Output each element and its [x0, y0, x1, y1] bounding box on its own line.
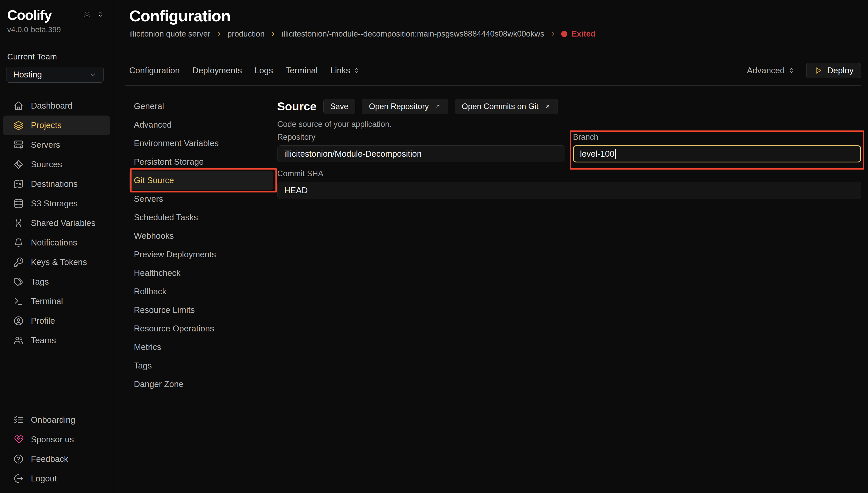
- sidebar-item-label: Sources: [31, 159, 62, 169]
- open-commits-button[interactable]: Open Commits on Git: [455, 99, 558, 114]
- branch-label: Branch: [573, 132, 861, 142]
- breadcrumb-item-0[interactable]: illicitonion quote server: [129, 29, 210, 39]
- tab-links[interactable]: Links: [330, 66, 360, 76]
- subnav-item-webhooks[interactable]: Webhooks: [129, 227, 273, 245]
- sidebar-item-feedback[interactable]: Feedback: [3, 449, 110, 469]
- braces-x-icon: [14, 218, 24, 228]
- deploy-button[interactable]: Deploy: [806, 63, 861, 78]
- sidebar-item-servers[interactable]: Servers: [3, 135, 110, 155]
- open-repository-button[interactable]: Open Repository: [362, 99, 448, 114]
- settings-subnav: GeneralAdvancedEnvironment VariablesPers…: [129, 97, 273, 393]
- subnav-item-servers[interactable]: Servers: [129, 190, 273, 208]
- subnav-item-environment-variables[interactable]: Environment Variables: [129, 134, 273, 153]
- status-dot: [561, 31, 567, 37]
- sidebar-item-keys-tokens[interactable]: Keys & Tokens: [3, 252, 110, 272]
- tab-terminal[interactable]: Terminal: [285, 66, 318, 76]
- commit-sha-label: Commit SHA: [277, 169, 861, 178]
- subnav-item-healthcheck[interactable]: Healthcheck: [129, 264, 273, 282]
- sidebar-nav: DashboardProjectsServersSourcesDestinati…: [0, 96, 113, 350]
- sidebar-item-logout[interactable]: Logout: [3, 469, 110, 488]
- heart-hands-icon-wrap: [14, 434, 24, 445]
- main-content: Configuration illicitonion quote serverp…: [113, 0, 868, 493]
- sidebar-item-onboarding[interactable]: Onboarding: [3, 410, 110, 430]
- bell-icon-wrap: [14, 237, 24, 248]
- updown-icon: [97, 11, 104, 18]
- heart-hands-icon: [14, 434, 24, 445]
- play-icon: [814, 66, 822, 75]
- app-version: v4.0.0-beta.399: [0, 25, 113, 34]
- breadcrumb-item-2[interactable]: illicitestonion/-module--decomposition:m…: [282, 29, 544, 39]
- page-title: Configuration: [129, 7, 861, 25]
- subnav-item-resource-limits[interactable]: Resource Limits: [129, 301, 273, 319]
- sidebar-item-label: Destinations: [31, 179, 78, 189]
- breadcrumb-chevron-icon: [549, 30, 556, 37]
- subnav-item-resource-operations[interactable]: Resource Operations: [129, 319, 273, 338]
- updown-chevron-icon: [353, 67, 360, 74]
- layers-icon: [14, 120, 24, 130]
- subnav-item-rollback[interactable]: Rollback: [129, 282, 273, 301]
- server-icon: [14, 140, 24, 150]
- logout-icon-wrap: [14, 473, 24, 484]
- subnav-item-git-source[interactable]: Git Source: [129, 171, 273, 190]
- team-select[interactable]: Hosting: [6, 67, 104, 83]
- subnav-item-advanced[interactable]: Advanced: [129, 115, 273, 134]
- repository-input[interactable]: illicitestonion/Module-Decomposition: [277, 145, 565, 163]
- terminal-icon-wrap: [14, 296, 24, 306]
- chevron-down-icon: [89, 71, 97, 79]
- collapse-chevrons-icon[interactable]: [97, 11, 104, 18]
- status-label: Exited: [571, 29, 595, 39]
- sidebar-item-terminal[interactable]: Terminal: [3, 292, 110, 311]
- subnav-item-metrics[interactable]: Metrics: [129, 338, 273, 356]
- users-icon-wrap: [14, 335, 24, 346]
- tab-configuration[interactable]: Configuration: [129, 66, 180, 76]
- branch-input[interactable]: level-100: [573, 145, 861, 163]
- subnav-item-persistent-storage[interactable]: Persistent Storage: [129, 153, 273, 171]
- theme-toggle-sun-icon[interactable]: [83, 10, 91, 18]
- tab-deployments[interactable]: Deployments: [192, 66, 242, 76]
- tab-logs[interactable]: Logs: [255, 66, 273, 76]
- sidebar-item-tags[interactable]: Tags: [3, 272, 110, 292]
- users-icon: [14, 335, 24, 346]
- sidebar-item-label: Sponsor us: [31, 434, 74, 444]
- breadcrumb: illicitonion quote serverproductionillic…: [129, 29, 861, 39]
- subnav-item-general[interactable]: General: [129, 97, 273, 115]
- sidebar-item-teams[interactable]: Teams: [3, 330, 110, 350]
- map-icon-wrap: [14, 179, 24, 189]
- advanced-dropdown[interactable]: Advanced: [747, 66, 795, 76]
- text-caret: [615, 149, 616, 159]
- sidebar-item-projects[interactable]: Projects: [3, 115, 110, 135]
- sidebar-item-s3-storages[interactable]: S3 Storages: [3, 194, 110, 213]
- sidebar-item-label: Onboarding: [31, 415, 75, 425]
- tabs-row: ConfigurationDeploymentsLogsTerminalLink…: [129, 63, 861, 78]
- database-icon-wrap: [14, 198, 24, 209]
- breadcrumb-item-1[interactable]: production: [227, 29, 264, 39]
- sidebar-item-notifications[interactable]: Notifications: [3, 233, 110, 252]
- tags-icon-wrap: [14, 277, 24, 287]
- sidebar-item-dashboard[interactable]: Dashboard: [3, 96, 110, 115]
- home-icon: [14, 101, 24, 111]
- chevron-right-icon: [270, 30, 276, 37]
- commit-sha-input[interactable]: HEAD: [277, 182, 861, 199]
- sidebar-item-destinations[interactable]: Destinations: [3, 174, 110, 194]
- git-diamond-icon-wrap: [14, 159, 24, 170]
- sidebar-item-label: Projects: [31, 121, 62, 130]
- sidebar-item-label: S3 Storages: [31, 199, 78, 209]
- subnav-item-tags[interactable]: Tags: [129, 356, 273, 375]
- sidebar-footer-nav: OnboardingSponsor usFeedbackLogout: [0, 410, 113, 488]
- save-button[interactable]: Save: [323, 99, 356, 114]
- sidebar-item-sources[interactable]: Sources: [3, 155, 110, 174]
- tabs: ConfigurationDeploymentsLogsTerminalLink…: [129, 66, 360, 76]
- subnav-item-scheduled-tasks[interactable]: Scheduled Tasks: [129, 208, 273, 227]
- updown-icon: [353, 67, 360, 74]
- help-circle-icon: [14, 454, 24, 464]
- subnav-item-danger-zone[interactable]: Danger Zone: [129, 375, 273, 393]
- sidebar-item-profile[interactable]: Profile: [3, 311, 110, 330]
- sidebar-item-label: Shared Variables: [31, 218, 96, 228]
- updown-icon: [788, 67, 795, 74]
- sidebar-item-shared-variables[interactable]: Shared Variables: [3, 213, 110, 233]
- map-icon: [14, 179, 24, 189]
- subnav-item-preview-deployments[interactable]: Preview Deployments: [129, 245, 273, 264]
- section-description: Code source of your application.: [277, 120, 861, 129]
- sidebar-item-sponsor-us[interactable]: Sponsor us: [3, 430, 110, 449]
- bell-icon: [14, 237, 24, 248]
